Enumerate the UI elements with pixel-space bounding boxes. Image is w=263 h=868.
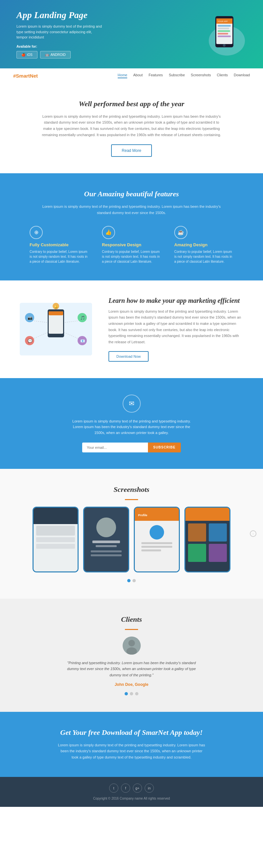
twitter-icon[interactable]: t: [109, 783, 118, 793]
svg-rect-9: [218, 35, 231, 37]
svg-rect-36: [92, 540, 120, 543]
client-dot-1[interactable]: [125, 692, 128, 695]
scroll-indicator: ›: [250, 530, 256, 537]
svg-rect-8: [218, 33, 228, 34]
marketing-illustration: 📷 🎵 💬 📧 🔔: [20, 303, 92, 355]
svg-point-54: [128, 640, 135, 646]
feature-desc-3: Contrary to popular belief, Lorem ipsum …: [174, 249, 233, 264]
feature-icon-2: 👍: [102, 226, 115, 239]
subscribe-icon: ✉: [123, 395, 141, 413]
screenshots-title: Screenshots: [13, 485, 250, 494]
svg-rect-45: [141, 546, 172, 548]
footer: t f g+ in Copyright © 2016 Company name …: [0, 777, 263, 807]
svg-text:📷: 📷: [28, 315, 33, 320]
best-app-title: Well performed best app of the year: [26, 100, 237, 108]
svg-text:YOUR APP: YOUR APP: [218, 20, 228, 22]
svg-text:💬: 💬: [28, 338, 33, 343]
phone-hand-svg: YOUR APP: [194, 11, 246, 57]
best-app-description: Lorem ipsum is simply dummy text of the …: [39, 114, 224, 138]
svg-rect-7: [218, 30, 230, 32]
screenshot-3: Profile: [134, 507, 180, 572]
avatar-svg: [123, 637, 141, 655]
feature-desc-2: Contrary to popular belief, Lorem ipsum …: [102, 249, 161, 264]
read-more-button[interactable]: Read More: [111, 144, 152, 157]
screenshot-1: [33, 507, 78, 572]
screenshot-4: [185, 507, 230, 572]
nav-download[interactable]: Download: [234, 73, 250, 78]
svg-rect-31: [36, 526, 75, 536]
subscribe-form: SUBSCRIBE: [82, 442, 181, 453]
screen-1: [34, 508, 77, 571]
hero-section: App Landing Page Lorem ipsum is simply d…: [0, 0, 263, 68]
client-quote: "Printing and typesetting industry. Lore…: [66, 660, 197, 678]
cta-title: Get Your free Download of SmarNet App to…: [20, 728, 243, 737]
feature-name-2: Responsive Design: [102, 242, 161, 247]
svg-rect-33: [36, 544, 75, 549]
svg-rect-14: [48, 311, 63, 315]
svg-rect-49: [188, 523, 206, 541]
screenshots-grid: Profile: [13, 507, 250, 572]
features-description: Lorem ipsum is simply dummy text of the …: [39, 204, 224, 216]
cta-description: Lorem ipsum is simply dummy text of the …: [58, 742, 205, 761]
nav-screenshots[interactable]: Screenshots: [191, 73, 211, 78]
nav-features[interactable]: Features: [149, 73, 163, 78]
subscribe-description: Lorem ipsum is simply dummy text of the …: [69, 418, 194, 436]
nav-home[interactable]: Home: [118, 73, 127, 78]
email-input[interactable]: [82, 442, 148, 453]
clients-underline: [125, 629, 138, 630]
subscribe-button[interactable]: SUBSCRIBE: [148, 442, 181, 453]
marketing-section: 📷 🎵 💬 📧 🔔 Learn how to make your app mar…: [0, 280, 263, 378]
nav-links: Home About Features Subscribe Screenshot…: [118, 73, 250, 78]
hero-title: App Landing Page: [17, 10, 194, 20]
svg-rect-39: [91, 554, 122, 556]
download-now-button[interactable]: Download Now: [108, 351, 149, 362]
clients-section: Clients "Printing and typesetting indust…: [0, 599, 263, 712]
feature-name-1: Fully Customizable: [30, 242, 89, 247]
feature-name-3: Amazing Design: [174, 242, 233, 247]
footer-copyright: Copyright © 2016 Company name All rights…: [13, 797, 250, 800]
client-name: John Doe, Google: [20, 682, 243, 687]
client-dot-3[interactable]: [135, 692, 138, 695]
svg-rect-51: [188, 544, 206, 562]
nav-about[interactable]: About: [133, 73, 143, 78]
hero-available-label: Available for:: [17, 45, 194, 48]
screen-2: [84, 508, 128, 571]
ios-label: iOS: [27, 53, 33, 57]
svg-rect-34: [84, 508, 128, 571]
screen-3: Profile: [135, 508, 179, 571]
footer-social: t f g+ in: [13, 783, 250, 793]
googleplus-icon[interactable]: g+: [133, 783, 142, 793]
feature-icon-3: ☕: [174, 226, 187, 239]
features-grid: ⊕ Fully Customizable Contrary to popular…: [20, 226, 243, 264]
dot-1[interactable]: [127, 579, 131, 582]
dot-2[interactable]: [132, 579, 136, 582]
cta-section: Get Your free Download of SmarNet App to…: [0, 712, 263, 777]
nav-clients[interactable]: Clients: [217, 73, 228, 78]
svg-rect-37: [96, 545, 117, 547]
marketing-title: Learn how to make your app marketing eff…: [108, 297, 243, 305]
linkedin-icon[interactable]: in: [145, 783, 154, 793]
apple-icon: 🍎: [21, 53, 25, 57]
feature-icon-1: ⊕: [30, 226, 43, 239]
client-dot-2[interactable]: [130, 692, 133, 695]
ios-button[interactable]: 🍎 iOS: [17, 51, 37, 59]
screenshots-section: › Screenshots: [0, 469, 263, 599]
features-title: Our Amazing beautiful features: [20, 190, 243, 198]
svg-rect-47: [186, 508, 229, 521]
svg-rect-6: [218, 28, 229, 29]
feature-item-3: ☕ Amazing Design Contrary to popular bel…: [174, 226, 233, 264]
navbar-brand: #SmartNet: [13, 73, 38, 79]
feature-item-2: 👍 Responsive Design Contrary to popular …: [102, 226, 161, 264]
hero-buttons: 🍎 iOS 🤖 ANDROID: [17, 51, 194, 59]
screenshot-2: [83, 507, 129, 572]
features-section: Our Amazing beautiful features Lorem ips…: [0, 173, 263, 280]
facebook-icon[interactable]: f: [121, 783, 130, 793]
svg-text:🔔: 🔔: [54, 305, 58, 309]
svg-text:📧: 📧: [80, 338, 85, 343]
svg-text:🎵: 🎵: [80, 315, 85, 320]
svg-rect-44: [141, 542, 172, 544]
android-label: ANDROID: [51, 53, 66, 57]
nav-subscribe[interactable]: Subscribe: [169, 73, 185, 78]
title-underline: [125, 499, 138, 500]
android-button[interactable]: 🤖 ANDROID: [40, 51, 71, 59]
